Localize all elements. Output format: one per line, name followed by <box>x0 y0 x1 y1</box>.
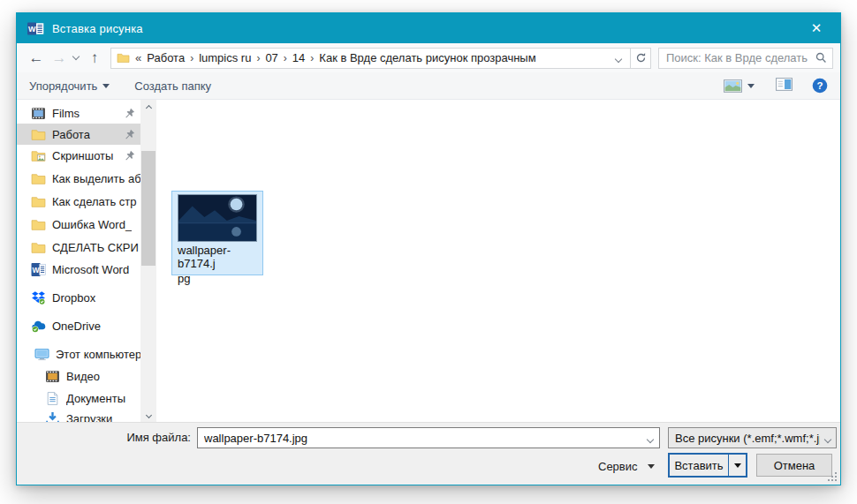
view-dropdown-arrow-icon[interactable] <box>747 84 755 88</box>
scroll-up-icon[interactable] <box>140 100 156 114</box>
search-box[interactable] <box>658 48 833 69</box>
breadcrumb-collapse-icon[interactable]: « <box>135 51 145 64</box>
dialog-footer: Имя файла: Все рисунки (*.emf;*.wmf;*.jp… <box>17 422 840 485</box>
preview-pane-icon <box>776 78 793 91</box>
preview-pane-button[interactable] <box>776 78 793 94</box>
breadcrumb-separator-icon: › <box>186 52 197 64</box>
dropdown-arrow-icon <box>102 84 110 88</box>
pin-icon <box>125 129 135 139</box>
close-button[interactable]: ✕ <box>801 13 831 43</box>
sidebar-item-rabota[interactable]: Работа <box>17 124 140 145</box>
history-dropdown-icon[interactable] <box>70 47 82 70</box>
sidebar-item-video[interactable]: Видео <box>17 365 140 387</box>
breadcrumb-separator-icon: › <box>307 52 317 64</box>
organize-button[interactable]: Упорядочить <box>29 79 110 93</box>
breadcrumb-item[interactable]: Работа <box>145 51 186 64</box>
sidebar-item-label: Dropbox <box>52 291 95 305</box>
filename-combobox[interactable] <box>197 427 660 448</box>
sidebar-item-dropbox[interactable]: Dropbox <box>17 287 140 308</box>
sidebar-item-folder[interactable]: Ошибка Word_ <box>17 214 140 235</box>
sidebar-item-screenshots[interactable]: Скриншоты <box>17 145 140 166</box>
window-title: Вставка рисунка <box>52 22 143 35</box>
sidebar-item-label: Films <box>52 107 80 120</box>
breadcrumb-item[interactable]: Как в Врде сделать рисунок прозрачным <box>317 51 537 64</box>
pin-icon <box>125 150 135 161</box>
change-view-button[interactable] <box>724 79 755 93</box>
sidebar-item-label: OneDrive <box>52 320 101 333</box>
filename-input[interactable] <box>198 432 641 445</box>
filename-label: Имя файла: <box>17 431 191 444</box>
sidebar-item-label: Работа <box>52 128 90 141</box>
help-icon: ? <box>812 78 828 94</box>
folder-icon <box>31 217 46 232</box>
forward-button[interactable]: → <box>49 47 70 70</box>
breadcrumb-separator-icon: › <box>253 52 263 64</box>
tools-button[interactable]: Сервис <box>593 455 660 478</box>
sidebar-item-label: Этот компьютер <box>56 348 140 361</box>
title-bar: W Вставка рисунка ✕ <box>17 13 840 43</box>
file-item-wallpaper[interactable]: wallpaper-b7174.j pg <box>171 191 263 275</box>
sidebar-item-microsoft-word[interactable]: W Microsoft Word <box>17 259 140 280</box>
sidebar-scrollbar[interactable] <box>140 100 156 423</box>
new-folder-button[interactable]: Создать папку <box>134 79 211 93</box>
breadcrumb-item[interactable]: 14 <box>291 51 307 64</box>
tools-dropdown-arrow-icon <box>648 464 655 469</box>
svg-text:W: W <box>33 266 41 275</box>
insert-picture-dialog: W Вставка рисунка ✕ ← → ↑ « Работа › lum… <box>16 12 841 485</box>
sidebar-item-this-pc[interactable]: Этот компьютер <box>17 343 140 365</box>
filmstrip-icon <box>31 106 46 121</box>
command-bar: Упорядочить Создать папку <box>17 72 840 100</box>
folder-image-icon <box>31 148 46 163</box>
sidebar-item-downloads[interactable]: Загрузки <box>17 408 140 423</box>
up-button[interactable]: ↑ <box>82 47 107 70</box>
cancel-label: Отмена <box>774 459 815 472</box>
sidebar-item-label: Microsoft Word <box>52 263 129 276</box>
filetype-value: Все рисунки (*.emf;*.wmf;*.jpg <box>669 432 820 445</box>
help-button[interactable]: ? <box>812 78 828 94</box>
scroll-down-icon[interactable] <box>140 409 156 423</box>
tools-label: Сервис <box>598 460 638 473</box>
video-icon <box>45 369 60 384</box>
insert-dropdown-arrow[interactable] <box>728 455 746 476</box>
insert-button[interactable]: Вставить <box>668 453 747 478</box>
sidebar-item-folder[interactable]: Как выделить аб <box>17 168 140 189</box>
sidebar-item-films[interactable]: Films <box>17 102 140 124</box>
breadcrumb-separator-icon: › <box>280 52 291 64</box>
word-icon: W <box>31 262 46 277</box>
sidebar-item-documents[interactable]: Документы <box>17 387 140 409</box>
navigation-pane: Films Работа Скриншоты <box>17 100 140 423</box>
filetype-dropdown-icon[interactable] <box>820 432 836 445</box>
thumbnail-view-icon <box>724 79 742 93</box>
breadcrumb-item[interactable]: 07 <box>263 51 279 64</box>
address-dropdown-icon[interactable] <box>612 51 625 64</box>
file-thumbnail <box>178 194 257 242</box>
resize-grip[interactable] <box>826 470 838 482</box>
file-name-line: wallpaper-b7174.j <box>178 244 257 270</box>
sidebar-item-label: Как выделить аб <box>52 172 140 185</box>
scrollbar-thumb[interactable] <box>141 151 155 266</box>
filetype-dropdown[interactable]: Все рисунки (*.emf;*.wmf;*.jpg <box>668 427 837 448</box>
sidebar-item-label: Ошибка Word_ <box>52 218 132 231</box>
cancel-button[interactable]: Отмена <box>756 454 832 477</box>
search-input[interactable] <box>659 49 810 67</box>
sidebar-item-label: СДЕЛАТЬ СКРИ <box>52 241 139 254</box>
search-icon[interactable] <box>815 52 827 64</box>
sidebar-item-label: Документы <box>66 392 125 405</box>
insert-label[interactable]: Вставить <box>670 455 728 476</box>
refresh-button[interactable] <box>630 48 651 69</box>
pin-icon <box>125 108 135 118</box>
breadcrumb-item[interactable]: lumpics ru <box>197 51 253 64</box>
file-browser-area: Films Работа Скриншоты <box>17 100 840 423</box>
sidebar-item-folder[interactable]: СДЕЛАТЬ СКРИ <box>17 237 140 258</box>
svg-text:?: ? <box>816 80 823 91</box>
folder-icon <box>31 171 46 186</box>
sidebar-item-folder[interactable]: Как сделать стр <box>17 191 140 212</box>
filename-dropdown-icon[interactable] <box>641 432 659 445</box>
computer-icon <box>34 347 49 362</box>
sidebar-item-onedrive[interactable]: OneDrive <box>17 315 140 336</box>
svg-text:W: W <box>28 25 36 34</box>
folder-icon <box>31 194 46 209</box>
documents-icon <box>45 391 60 406</box>
address-bar[interactable]: « Работа › lumpics ru › 07 › 14 › Как в … <box>110 48 631 69</box>
back-button[interactable]: ← <box>24 47 49 70</box>
